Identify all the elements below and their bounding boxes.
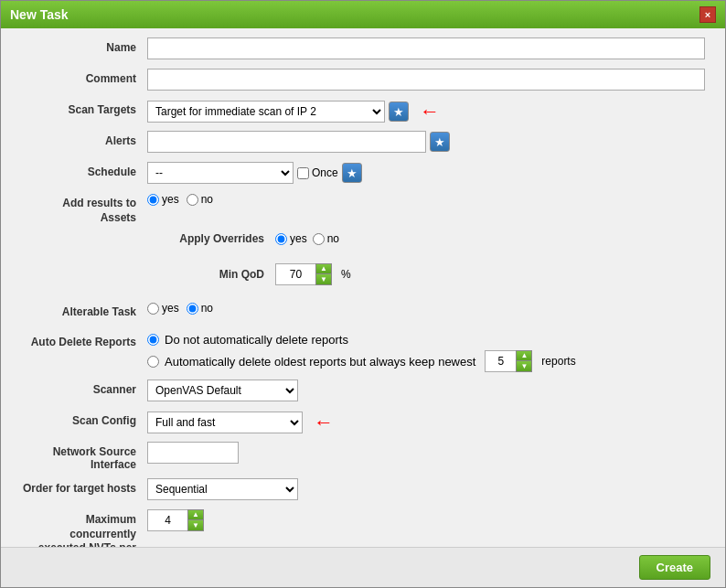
min-qod-row: Min QoD ▲ ▼ % <box>19 263 707 291</box>
min-qod-label-spacer <box>19 263 147 267</box>
name-input[interactable] <box>147 37 705 59</box>
order-hosts-row: Order for target hosts Sequential <box>19 478 707 502</box>
auto-delete-options: Do not automatically delete reports Auto… <box>147 333 576 372</box>
auto-delete-label-text: Auto Delete Reports <box>31 336 136 348</box>
alerts-star-button[interactable]: ★ <box>430 132 450 152</box>
auto-delete-option2-row: Automatically delete oldest reports but … <box>147 350 576 372</box>
scan-targets-select[interactable]: Target for immediate scan of IP 2 <box>147 101 385 123</box>
scanner-control: OpenVAS Default <box>147 380 707 401</box>
max-nvts-up-button[interactable]: ▲ <box>188 510 203 520</box>
comment-input[interactable] <box>147 69 705 91</box>
alerts-input[interactable] <box>147 131 426 153</box>
scan-targets-star-button[interactable]: ★ <box>389 102 409 122</box>
comment-label: Comment <box>19 69 147 85</box>
overrides-no-radio[interactable] <box>313 233 325 245</box>
network-source-label: Network Source Interface <box>19 442 147 471</box>
alterable-task-control: yes no <box>147 302 707 315</box>
scan-config-select[interactable]: Full and fast <box>147 412 303 433</box>
name-label: Name <box>19 37 147 54</box>
max-nvts-row: Maximum concurrently executed NVTs per h… <box>19 509 707 547</box>
add-results-no-radio[interactable] <box>187 194 198 206</box>
new-task-dialog: New Task × Name Comment Scan Targets Tar… <box>0 0 726 588</box>
scan-config-arrow-indicator: ← <box>314 411 334 434</box>
add-results-control: yes no <box>147 193 707 206</box>
add-results-yes-radio[interactable] <box>147 194 159 206</box>
order-hosts-label: Order for target hosts <box>19 478 147 495</box>
alterable-no-label[interactable]: no <box>187 302 213 315</box>
min-qod-spinner-wrap: ▲ ▼ <box>275 263 332 285</box>
once-label-text: Once <box>312 166 338 179</box>
schedule-row: Schedule -- Once ★ <box>19 162 707 186</box>
add-results-yes-text: yes <box>162 193 179 206</box>
once-checkbox[interactable] <box>297 167 309 179</box>
reports-down-button[interactable]: ▼ <box>517 361 531 371</box>
max-nvts-down-button[interactable]: ▼ <box>188 520 203 530</box>
percent-label: % <box>341 268 351 281</box>
alterable-yes-radio[interactable] <box>147 303 159 315</box>
min-qod-up-button[interactable]: ▲ <box>316 264 331 274</box>
min-qod-sub-row: Min QoD ▲ ▼ % <box>147 263 351 285</box>
scanner-select[interactable]: OpenVAS Default <box>147 380 298 401</box>
alterable-no-text: no <box>201 302 213 315</box>
close-button[interactable]: × <box>699 6 716 23</box>
overrides-no-text: no <box>327 232 339 245</box>
max-nvts-control: ▲ ▼ <box>147 509 707 531</box>
create-button[interactable]: Create <box>639 555 710 580</box>
network-source-control <box>147 442 707 464</box>
auto-delete-label: Auto Delete Reports <box>19 333 147 350</box>
title-bar: New Task × <box>1 1 725 28</box>
scan-targets-row: Scan Targets Target for immediate scan o… <box>19 100 707 123</box>
scan-config-row: Scan Config Full and fast ← <box>19 411 707 434</box>
reports-label: reports <box>541 355 575 368</box>
comment-row: Comment <box>19 69 707 92</box>
scanner-row: Scanner OpenVAS Default <box>19 380 707 403</box>
footer: Create <box>1 547 725 587</box>
scan-targets-label: Scan Targets <box>19 100 147 116</box>
schedule-star-button[interactable]: ★ <box>342 163 362 183</box>
auto-delete-no-radio[interactable] <box>147 334 159 346</box>
once-checkbox-label[interactable]: Once <box>297 166 338 179</box>
add-results-no-label[interactable]: no <box>187 193 213 206</box>
alterable-no-radio[interactable] <box>187 303 198 315</box>
apply-overrides-sub-row: Apply Overrides yes no <box>147 232 339 245</box>
min-qod-down-button[interactable]: ▼ <box>316 274 331 284</box>
overrides-no-label[interactable]: no <box>313 232 339 245</box>
min-qod-spinner-buttons: ▲ ▼ <box>315 263 332 285</box>
order-hosts-select[interactable]: Sequential <box>147 478 298 500</box>
add-results-yes-label[interactable]: yes <box>147 193 179 206</box>
alerts-label: Alerts <box>19 131 147 147</box>
alerts-row: Alerts ★ <box>19 131 707 155</box>
scan-config-label: Scan Config <box>19 411 147 427</box>
schedule-control: -- Once ★ <box>147 162 707 184</box>
auto-delete-no-text: Do not automatically delete reports <box>165 333 348 347</box>
alterable-yes-label[interactable]: yes <box>147 302 179 315</box>
overrides-yes-text: yes <box>290 232 307 245</box>
max-nvts-input[interactable] <box>147 509 188 531</box>
apply-overrides-label <box>19 232 147 236</box>
max-nvts-label: Maximum concurrently executed NVTs per h… <box>19 509 147 547</box>
add-results-no-text: no <box>201 193 213 206</box>
max-nvts-spinner-buttons: ▲ ▼ <box>187 509 204 531</box>
network-source-input[interactable] <box>147 442 239 464</box>
add-results-row: Add results to Assets yes no <box>19 193 707 225</box>
name-row: Name <box>19 37 707 61</box>
auto-delete-option1-row: Do not automatically delete reports <box>147 333 576 347</box>
overrides-yes-radio[interactable] <box>275 233 287 245</box>
scan-config-control: Full and fast ← <box>147 411 707 434</box>
schedule-select[interactable]: -- <box>147 162 294 184</box>
auto-delete-yes-radio[interactable] <box>147 356 159 368</box>
min-qod-control: Min QoD ▲ ▼ % <box>147 263 707 291</box>
reports-spinner-buttons: ▲ ▼ <box>516 350 532 372</box>
reports-up-button[interactable]: ▲ <box>517 351 531 361</box>
apply-overrides-control: Apply Overrides yes no <box>147 232 707 251</box>
order-hosts-control: Sequential <box>147 478 707 500</box>
apply-overrides-radios: yes no <box>275 232 339 245</box>
min-qod-input[interactable] <box>275 263 316 285</box>
alterable-task-row: Alterable Task yes no <box>19 302 707 326</box>
max-nvts-spinner-wrap: ▲ ▼ <box>147 509 204 531</box>
overrides-yes-label[interactable]: yes <box>275 232 307 245</box>
scanner-label: Scanner <box>19 380 147 396</box>
comment-control <box>147 69 707 91</box>
reports-keep-input[interactable] <box>485 350 517 372</box>
alterable-yes-text: yes <box>162 302 179 315</box>
